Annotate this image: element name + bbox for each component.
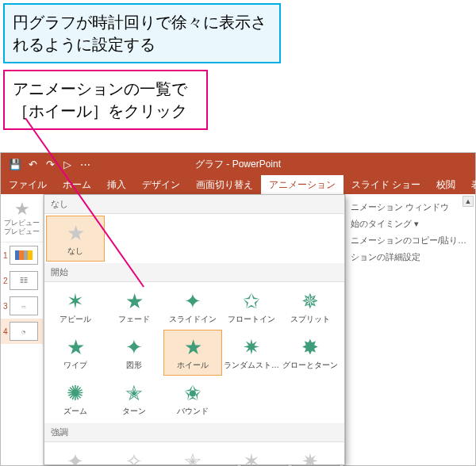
star-icon: ★ — [67, 335, 85, 359]
slide-thumb-2[interactable]: 2 ≣≣ — [1, 268, 43, 293]
slide-thumb-1[interactable]: 1 — [1, 243, 43, 268]
thumb-preview — [10, 246, 38, 265]
anim-label: バウンド — [177, 406, 209, 417]
thumb-num: 2 — [3, 277, 8, 285]
anim-label: ターン — [122, 406, 146, 417]
anim-label: ランダムスト… — [224, 360, 279, 371]
title-bar: 💾 ↶ ↷ ▷ ⋯ グラフ - PowerPoint — [1, 153, 475, 175]
star-icon: ✷ — [301, 449, 319, 466]
anim-fade[interactable]: ★フェード — [105, 284, 163, 330]
star-icon: ✦ — [67, 449, 84, 466]
anim-split[interactable]: ✵スプリット — [281, 284, 340, 330]
instruction-callout-2: アニメーションの一覧で［ホイール］をクリック — [3, 70, 208, 130]
anim-floatin[interactable]: ✩フロートイン — [222, 284, 281, 330]
star-icon: ✷ — [243, 335, 260, 359]
star-icon: ✭ — [125, 381, 143, 405]
star-icon: ✸ — [301, 335, 319, 359]
anim-label: フロートイン — [228, 314, 275, 325]
thumb-num: 4 — [3, 327, 8, 336]
tab-slideshow[interactable]: スライド ショー — [344, 175, 428, 194]
tab-design[interactable]: デザイン — [134, 175, 188, 194]
star-icon: ✶ — [243, 449, 260, 466]
thumb-num: 1 — [3, 251, 8, 260]
anim-bounce[interactable]: ✬バウンド — [163, 376, 222, 422]
group-emphasis-label: 強調 — [44, 423, 344, 442]
star-icon: ✶ — [67, 289, 84, 313]
thumb-preview: ≣≣ — [10, 271, 38, 290]
save-icon[interactable]: 💾 — [9, 158, 21, 170]
undo-icon[interactable]: ↶ — [26, 158, 39, 170]
star-icon: ✬ — [184, 381, 202, 405]
anim-glowturn[interactable]: ✸グローとターン — [281, 330, 340, 376]
slide-thumb-3[interactable]: 3 ▭ — [1, 293, 43, 319]
star-icon: ✩ — [243, 289, 260, 313]
slideshow-start-icon[interactable]: ▷ — [61, 158, 74, 170]
anim-label: グローとターン — [282, 360, 338, 371]
tab-view[interactable]: 表示 — [463, 175, 476, 194]
panel-text[interactable]: ニメーション ウィンドウ — [349, 199, 472, 216]
anim-shape[interactable]: ✦図形 — [105, 330, 163, 376]
tab-review[interactable]: 校閲 — [428, 175, 463, 194]
advanced-animation-panel: ▲ ニメーション ウィンドウ 始のタイミング ▾ ニメーションのコピー/貼り付け… — [345, 194, 475, 465]
panel-text[interactable]: ニメーションのコピー/貼り付け — [349, 232, 472, 249]
anim-label: ホイール — [177, 360, 209, 371]
anim-wipe[interactable]: ★ワイプ — [46, 330, 105, 376]
left-column: ★ プレビュー プレビュー 1 2 ≣≣ 3 ▭ 4 ◔ — [1, 194, 44, 465]
anim-label: 図形 — [126, 360, 142, 371]
thumb-preview: ▭ — [10, 296, 38, 315]
anim-label: なし — [67, 246, 83, 257]
group-start-label: 開始 — [44, 263, 344, 282]
anim-randomstripes[interactable]: ✷ランダムスト… — [222, 330, 281, 376]
anim-turn[interactable]: ✭ターン — [105, 376, 163, 422]
star-icon: ✧ — [125, 449, 143, 466]
anim-none[interactable]: ★ なし — [46, 216, 105, 262]
thumb-preview: ◔ — [10, 322, 38, 341]
anim-label: ズーム — [63, 406, 87, 417]
star-icon: ★ — [184, 335, 202, 359]
anim-zoom[interactable]: ✺ズーム — [46, 376, 105, 422]
tab-file[interactable]: ファイル — [1, 175, 55, 194]
anim-label: スライドイン — [169, 314, 217, 325]
preview-button[interactable]: ★ プレビュー プレビュー — [1, 194, 43, 243]
anim-appear[interactable]: ✶アピール — [46, 284, 105, 330]
gallery-area: なし ★ なし 開始 ✶アピール ★フェード ✦スライドイン ✩フロートイン ✵… — [44, 194, 345, 465]
tab-insert[interactable]: 挿入 — [99, 175, 134, 194]
anim-label: アピール — [60, 314, 91, 325]
anim-label: フェード — [118, 314, 150, 325]
quick-access-toolbar: 💾 ↶ ↷ ▷ ⋯ — [1, 158, 99, 170]
star-icon: ★ — [67, 221, 85, 245]
scroll-up-button[interactable]: ▲ — [463, 196, 474, 207]
star-icon: ✵ — [301, 289, 319, 313]
anim-pulse[interactable]: ✦パルス — [46, 444, 105, 465]
instruction-callout-1: 円グラフが時計回りで徐々に表示されるように設定する — [3, 3, 281, 63]
anim-label: スプリット — [290, 314, 330, 325]
tab-animations[interactable]: アニメーション — [261, 175, 344, 194]
work-area: ★ プレビュー プレビュー 1 2 ≣≣ 3 ▭ 4 ◔ な — [1, 194, 475, 465]
anim-seesaw[interactable]: ✭シーソー — [163, 444, 222, 465]
panel-text: ションの詳細設定 — [349, 249, 472, 265]
star-icon: ✦ — [125, 335, 143, 359]
preview-star-icon: ★ — [14, 199, 30, 220]
anim-wheel[interactable]: ★ホイール — [163, 330, 222, 376]
qat-more-icon[interactable]: ⋯ — [79, 158, 91, 170]
star-icon: ✦ — [184, 289, 202, 313]
anim-growshrink[interactable]: ✷拡大/収縮 — [281, 444, 340, 465]
emphasis-grid: ✦パルス ✧カラー パルス ✭シーソー ✶スピン ✷拡大/収縮 — [44, 442, 344, 465]
star-icon: ★ — [125, 289, 144, 313]
star-icon: ✭ — [184, 449, 202, 466]
tab-transitions[interactable]: 画面切り替え — [188, 175, 261, 194]
anim-spin[interactable]: ✶スピン — [222, 444, 281, 465]
start-grid: ✶アピール ★フェード ✦スライドイン ✩フロートイン ✵スプリット ★ワイプ … — [44, 282, 344, 423]
animation-gallery-popup: なし ★ なし 開始 ✶アピール ★フェード ✦スライドイン ✩フロートイン ✵… — [44, 194, 345, 465]
anim-slidein[interactable]: ✦スライドイン — [163, 284, 222, 330]
thumb-num: 3 — [3, 302, 8, 311]
anim-label: ワイプ — [63, 360, 87, 371]
star-icon: ✺ — [67, 381, 84, 405]
panel-text[interactable]: 始のタイミング ▾ — [349, 216, 472, 232]
preview-dropdown-label: プレビュー — [4, 227, 40, 237]
anim-colorpulse[interactable]: ✧カラー パルス — [105, 444, 163, 465]
powerpoint-window: 💾 ↶ ↷ ▷ ⋯ グラフ - PowerPoint ファイル ホーム 挿入 デ… — [0, 152, 476, 466]
slide-thumb-4[interactable]: 4 ◔ — [1, 319, 43, 344]
